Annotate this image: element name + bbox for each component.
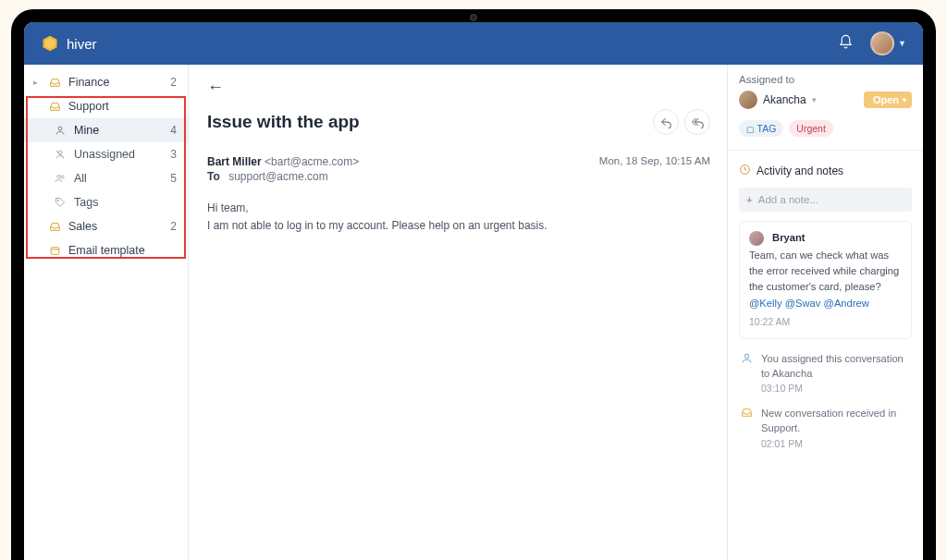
reply-button[interactable] [653,109,679,135]
chevron-down-icon: ▾ [812,95,817,104]
add-note-placeholder: Add a note... [758,194,818,205]
svg-line-4 [56,151,64,158]
inbox-icon [739,407,754,448]
user-menu[interactable]: ▼ [870,31,906,55]
details-panel: Assigned to Akancha ▾ Open ▾ TAG Urgent [727,65,923,560]
sidebar-sub-tags[interactable]: Tags [24,190,188,214]
sidebar-label: Email template [68,244,178,257]
sidebar-sub-label: Tags [74,196,178,209]
svg-point-5 [57,175,61,178]
svg-point-7 [57,200,59,201]
avatar-icon [739,91,757,109]
chevron-down-icon: ▾ [903,96,906,104]
inbox-icon [48,221,61,233]
topbar-actions: ▼ [838,31,906,55]
svg-rect-8 [51,247,59,254]
email-body-line: I am not able to log in to my account. P… [207,217,710,235]
note-card: Bryant Team, can we check what was the e… [739,221,912,339]
sidebar-item-sales[interactable]: Sales 2 [24,214,188,238]
user-icon [54,125,67,136]
tag-urgent[interactable]: Urgent [789,120,833,137]
sidebar-label: Support [68,100,178,113]
reply-all-button[interactable] [684,109,710,135]
svg-point-6 [61,176,64,178]
camera-dot [470,14,477,21]
email-subject: Issue with the app [207,112,360,132]
app-screen: hiver ▼ ▸ F [24,22,923,560]
note-author: Bryant [772,232,805,243]
to-address: support@acme.com [228,170,328,183]
activity-item-new-convo: New conversation received in Support. 02… [739,407,912,448]
from-name: Bart Miller [207,155,262,168]
sidebar-sub-label: Mine [74,124,163,137]
email-to: To support@acme.com [207,170,359,183]
avatar-icon [749,231,764,246]
sidebar-label: Sales [68,220,163,233]
sidebar-item-finance[interactable]: ▸ Finance 2 [24,70,188,94]
inbox-icon [48,101,61,113]
note-mentions[interactable]: @Kelly @Swav @Andrew [749,296,902,311]
from-address: <bart@acme.com> [264,155,359,168]
sidebar-sub-count: 5 [170,172,178,185]
svg-point-10 [744,354,748,358]
main-content: ← Issue with the app [189,65,727,560]
activity-text: New conversation received in Support. [761,407,912,435]
user-icon [739,352,754,394]
activity-header-label: Activity and notes [756,164,843,177]
activity-time: 03:10 PM [761,383,912,394]
email-from: Bart Miller <bart@acme.com> [207,155,359,168]
assignee-name: Akancha [763,93,806,106]
users-icon [54,173,67,184]
chevron-right-icon: ▸ [33,78,41,87]
tag-icon [54,197,67,208]
status-label: Open [873,94,899,105]
svg-point-2 [58,127,62,130]
activity-time: 02:01 PM [761,438,912,449]
sidebar-item-email-template[interactable]: Email template [24,238,188,262]
topbar: hiver ▼ [24,22,923,65]
email-date: Mon, 18 Sep, 10:15 AM [599,155,710,183]
device-frame: hiver ▼ ▸ F [11,9,936,560]
sidebar: ▸ Finance 2 Support [24,65,189,560]
activity-header: Activity and notes [739,164,912,178]
brand-logo-icon [41,34,59,53]
body-layout: ▸ Finance 2 Support [24,65,923,560]
tags-row: TAG Urgent [739,120,912,137]
email-greeting: Hi team, [207,200,710,217]
sidebar-sub-count: 4 [170,124,178,137]
divider [728,150,923,151]
add-note-input[interactable]: + Add a note... [739,188,912,212]
sidebar-sub-label: Unassigned [74,148,163,161]
sidebar-count: 2 [170,220,178,233]
sidebar-label: Finance [68,76,163,89]
activity-item-assigned: You assigned this conversation to Akanch… [739,352,912,394]
activity-text: You assigned this conversation to Akanch… [761,352,912,381]
sidebar-sub-label: All [74,172,163,185]
brand: hiver [41,34,97,53]
status-selector[interactable]: Open ▾ [864,91,912,108]
assigned-to-label: Assigned to [739,74,912,85]
email-body: Hi team, I am not able to log in to my a… [207,200,710,235]
sidebar-sub-count: 3 [170,148,178,161]
email-actions [653,109,710,135]
sidebar-count: 2 [170,76,178,89]
sidebar-sub-unassigned[interactable]: Unassigned 3 [24,142,188,166]
template-icon [48,245,61,257]
sidebar-item-support[interactable]: Support [24,94,188,118]
plus-icon: + [746,194,753,205]
note-time: 10:22 AM [749,315,902,330]
tag-chip[interactable]: TAG [739,120,783,137]
to-label: To [207,170,220,183]
inbox-icon [48,77,61,89]
brand-name: hiver [67,36,97,52]
avatar-icon [870,31,894,55]
history-icon [739,164,751,178]
assignee-selector[interactable]: Akancha ▾ [739,91,817,109]
back-arrow-icon[interactable]: ← [207,78,224,97]
note-message: Team, can we check what was the error re… [749,248,902,294]
notifications-icon[interactable] [838,34,854,54]
unassigned-icon [54,149,67,160]
sidebar-sub-all[interactable]: All 5 [24,166,188,190]
sidebar-sub-mine[interactable]: Mine 4 [24,118,188,142]
chevron-down-icon: ▼ [898,39,906,48]
